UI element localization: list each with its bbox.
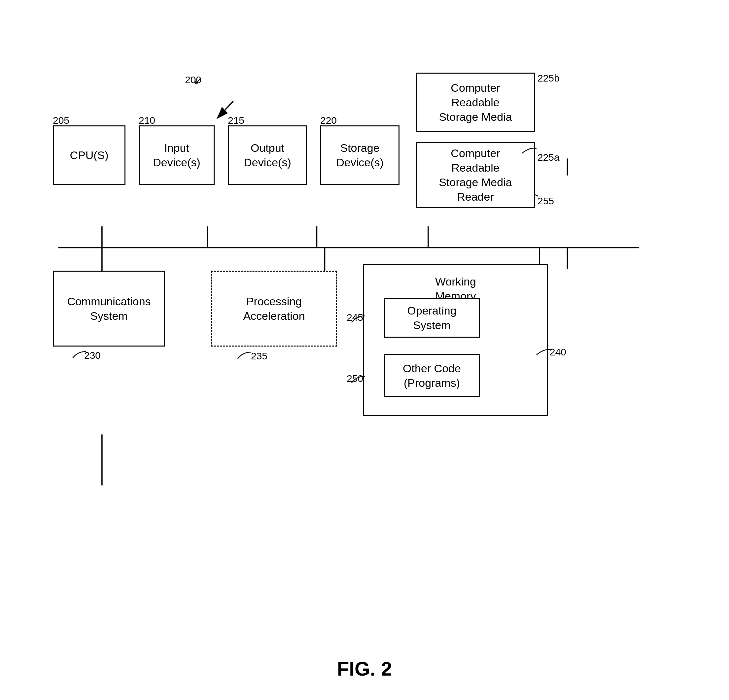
ref-225a: 225a <box>537 152 560 163</box>
box-comms-label: CommunicationsSystem <box>67 294 151 323</box>
ref-235-curve <box>234 351 254 362</box>
ref-200-arrow: ↙ <box>193 75 202 87</box>
box-cpu-label: CPU(S) <box>70 148 108 162</box>
box-crsm: ComputerReadableStorage Media <box>416 72 535 132</box>
box-output-label: OutputDevice(s) <box>244 141 291 170</box>
ref-250-curve <box>349 375 368 386</box>
box-other-code-label: Other Code(Programs) <box>403 361 461 390</box>
box-proc-accel-label: ProcessingAcceleration <box>243 294 305 323</box>
diagram-container: 200 ↙ 255 CPU(S) 205 InputDevice(s) 210 … <box>26 40 703 634</box>
box-cpu: CPU(S) <box>53 125 125 185</box>
ref-215: 215 <box>228 115 244 126</box>
box-os-label: OperatingSystem <box>407 303 456 332</box>
ref-230-curve <box>69 350 89 361</box>
box-output: OutputDevice(s) <box>228 125 307 185</box>
box-crsm-reader-label: ComputerReadableStorage MediaReader <box>439 146 512 204</box>
ref-220: 220 <box>320 115 337 126</box>
box-other-code: Other Code(Programs) <box>384 354 480 397</box>
ref-245-curve <box>349 314 368 326</box>
box-os: OperatingSystem <box>384 298 480 338</box>
box-input-label: InputDevice(s) <box>153 141 200 170</box>
ref-225b: 225b <box>537 72 560 84</box>
box-storage: StorageDevice(s) <box>320 125 399 185</box>
box-input: InputDevice(s) <box>139 125 215 185</box>
box-proc-accel: ProcessingAcceleration <box>211 271 337 346</box>
box-crsm-label: ComputerReadableStorage Media <box>439 81 512 125</box>
ref-205: 205 <box>53 115 69 126</box>
ref-210: 210 <box>139 115 155 126</box>
fig-caption: FIG. 2 <box>337 657 392 680</box>
ref-225a-curve <box>518 145 540 158</box>
box-comms: CommunicationsSystem <box>53 271 165 346</box>
ref-240-curve <box>533 346 555 360</box>
box-working-mem: WorkingMemory OperatingSystem Other Code… <box>363 264 548 416</box>
box-crsm-reader: ComputerReadableStorage MediaReader <box>416 142 535 208</box>
box-storage-label: StorageDevice(s) <box>336 141 383 170</box>
